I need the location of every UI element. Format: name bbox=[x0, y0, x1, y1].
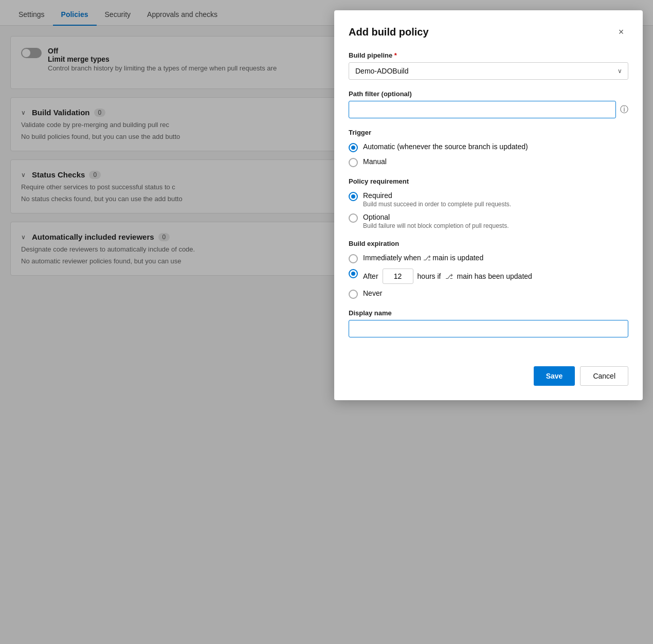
expiration-never-label: Never bbox=[363, 289, 382, 297]
policy-optional-radio[interactable] bbox=[349, 213, 358, 223]
policy-required-sublabel: Build must succeed in order to complete … bbox=[363, 201, 511, 208]
add-build-policy-dialog: Add build policy × Build pipeline * Demo… bbox=[334, 10, 643, 400]
trigger-radio-group: Automatic (whenever the source branch is… bbox=[349, 142, 628, 167]
policy-optional-label-group: Optional Build failure will not block co… bbox=[363, 213, 509, 229]
dialog-header: Add build policy × bbox=[349, 25, 628, 39]
trigger-manual-radio[interactable] bbox=[349, 158, 358, 167]
policy-requirement-radio-group: Required Build must succeed in order to … bbox=[349, 191, 628, 229]
branch-icon-2: ⎇ bbox=[445, 273, 453, 280]
path-filter-label: Path filter (optional) bbox=[349, 90, 628, 98]
expiration-after-hours[interactable]: After hours if ⎇ main has been updated bbox=[349, 269, 628, 284]
info-icon[interactable]: ⓘ bbox=[620, 104, 628, 115]
dialog-title: Add build policy bbox=[349, 26, 429, 38]
required-marker: * bbox=[394, 51, 397, 59]
trigger-automatic-label: Automatic (whenever the source branch is… bbox=[363, 142, 528, 151]
trigger-manual-label: Manual bbox=[363, 157, 387, 166]
build-pipeline-select[interactable]: Demo-ADOBuild bbox=[349, 62, 628, 80]
close-button[interactable]: × bbox=[614, 25, 628, 39]
build-expiration-radio-group: Immediately when ⎇ main is updated After… bbox=[349, 254, 628, 299]
branch-icon-1: ⎇ bbox=[423, 254, 433, 262]
save-button[interactable]: Save bbox=[534, 366, 575, 386]
policy-optional-sublabel: Build failure will not block completion … bbox=[363, 222, 509, 229]
path-filter-group: Path filter (optional) ⓘ bbox=[349, 90, 628, 118]
expiration-after-hours-radio[interactable] bbox=[349, 269, 358, 278]
policy-requirement-group: Policy requirement Required Build must s… bbox=[349, 177, 628, 229]
policy-required[interactable]: Required Build must succeed in order to … bbox=[349, 191, 628, 208]
build-pipeline-group: Build pipeline * Demo-ADOBuild ∨ bbox=[349, 51, 628, 80]
cancel-button[interactable]: Cancel bbox=[580, 366, 628, 386]
display-name-group: Display name bbox=[349, 309, 628, 337]
expiration-after-hours-label: After hours if ⎇ main has been updated bbox=[363, 269, 532, 284]
expiration-immediately-radio[interactable] bbox=[349, 254, 358, 263]
build-expiration-group: Build expiration Immediately when ⎇ main… bbox=[349, 240, 628, 299]
policy-optional[interactable]: Optional Build failure will not block co… bbox=[349, 213, 628, 229]
path-filter-row: ⓘ bbox=[349, 101, 628, 118]
policy-required-radio[interactable] bbox=[349, 192, 358, 201]
expiration-never[interactable]: Never bbox=[349, 289, 628, 299]
policy-optional-label: Optional bbox=[363, 213, 509, 221]
trigger-automatic[interactable]: Automatic (whenever the source branch is… bbox=[349, 142, 628, 152]
expiration-immediately[interactable]: Immediately when ⎇ main is updated bbox=[349, 254, 628, 263]
path-filter-input[interactable] bbox=[349, 101, 616, 118]
hours-input[interactable] bbox=[383, 269, 413, 284]
policy-required-label: Required bbox=[363, 191, 511, 200]
build-pipeline-label: Build pipeline * bbox=[349, 51, 628, 59]
trigger-label: Trigger bbox=[349, 129, 628, 136]
trigger-automatic-radio[interactable] bbox=[349, 143, 358, 152]
build-pipeline-select-wrapper: Demo-ADOBuild ∨ bbox=[349, 62, 628, 80]
dialog-footer: Save Cancel bbox=[349, 358, 628, 386]
build-expiration-label: Build expiration bbox=[349, 240, 628, 247]
trigger-group: Trigger Automatic (whenever the source b… bbox=[349, 129, 628, 167]
trigger-manual[interactable]: Manual bbox=[349, 157, 628, 167]
policy-required-label-group: Required Build must succeed in order to … bbox=[363, 191, 511, 208]
display-name-label: Display name bbox=[349, 309, 628, 317]
expiration-never-radio[interactable] bbox=[349, 290, 358, 299]
display-name-input[interactable] bbox=[349, 320, 628, 337]
policy-requirement-label: Policy requirement bbox=[349, 177, 628, 185]
expiration-immediately-label: Immediately when ⎇ main is updated bbox=[363, 254, 483, 262]
